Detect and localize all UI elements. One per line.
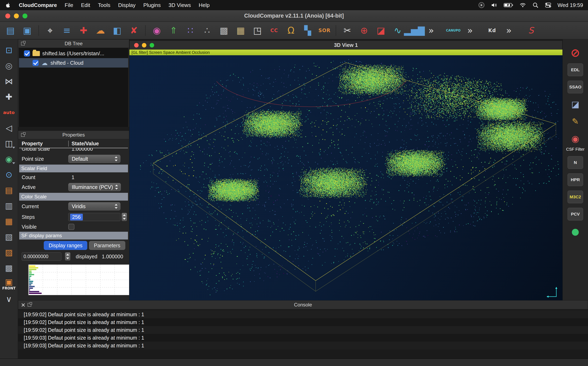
view-front-button[interactable]: ▦ [2, 215, 15, 227]
compute-octree-button[interactable]: ∷ [183, 23, 198, 38]
clipping-box-button[interactable]: ◳ [250, 23, 265, 38]
color-scales-button[interactable]: CC [267, 23, 281, 38]
menu-extra-app-icon[interactable] [478, 2, 485, 8]
menu-tools[interactable]: Tools [98, 2, 110, 8]
range-min-field[interactable]: 0.00000000 [22, 252, 61, 260]
save-button[interactable]: ▣ [20, 23, 34, 38]
facets-plugin-button[interactable]: N [567, 156, 583, 169]
panel-float-icon[interactable] [21, 42, 25, 46]
noise-filter-button[interactable]: ▩ [217, 23, 231, 38]
menu-3d-views[interactable]: 3D Views [169, 2, 191, 8]
compass-plugin-button[interactable]: ◉ [567, 132, 583, 145]
visible-checkbox[interactable] [68, 224, 74, 230]
geom-features-plugin-button[interactable]: ● [567, 225, 583, 238]
menu-help[interactable]: Help [199, 2, 210, 8]
toolbar-overflow-icon[interactable]: » [463, 23, 477, 38]
interpolate-colors-button[interactable]: ▚ [301, 23, 315, 38]
camera-projection-button[interactable]: ◁ [2, 122, 15, 134]
steps-field[interactable]: 256 [68, 213, 120, 221]
pivot-center-button[interactable]: ✚ [2, 91, 15, 103]
open-button[interactable]: ▤ [3, 23, 18, 38]
more-views-button[interactable]: ∨ [2, 293, 15, 305]
volume-icon[interactable] [491, 2, 497, 8]
rasterize-button[interactable]: ▦ [234, 23, 248, 38]
app-menu-title[interactable]: CloudCompare [19, 2, 57, 8]
point-pair-registration-button[interactable]: ✚ [76, 23, 91, 38]
view-back-button[interactable]: ▧ [2, 231, 15, 243]
histogram-button[interactable]: ▂▅▇ [407, 23, 422, 38]
spline-plugin-button[interactable]: S [524, 23, 538, 38]
pcv-plugin-button[interactable]: PCV [567, 208, 583, 221]
view-minimize-button[interactable] [142, 43, 146, 47]
active-sf-popup[interactable]: Illuminance (PCV) [68, 183, 121, 191]
merge-clouds-button[interactable]: ☁ [93, 23, 108, 38]
3d-view-title-bar[interactable]: 3D View 1 [129, 40, 562, 50]
level-button[interactable]: ⊕ [357, 23, 371, 38]
view-left-button[interactable]: ▨ [2, 246, 15, 258]
steps-stepper[interactable] [122, 213, 127, 221]
menu-edit[interactable]: Edit [81, 2, 90, 8]
zoom-fit-button[interactable]: ⊙ [2, 169, 15, 181]
tree-item-cloud[interactable]: shifted - Cloud [19, 58, 128, 68]
ssao-filter-button[interactable]: SSAO [567, 81, 583, 93]
console-float-icon[interactable] [28, 303, 31, 307]
zoom-button[interactable] [22, 14, 27, 18]
set-color-button[interactable]: ◉ [150, 23, 164, 38]
range-min-stepper[interactable] [65, 252, 70, 260]
view-close-button[interactable] [134, 43, 139, 47]
sor-filter-button[interactable]: SOR [317, 23, 332, 38]
display-settings-button[interactable]: ⊡ [2, 44, 15, 56]
no-filter-button[interactable]: ⊘ [567, 46, 583, 59]
compute-normals-button[interactable]: ⇑ [166, 23, 181, 38]
menu-display[interactable]: Display [118, 2, 136, 8]
edl-filter-button[interactable]: EDL [567, 63, 583, 76]
tree-item-file[interactable]: shifted.las (/Users/tristan/... [19, 49, 128, 58]
point-size-popup[interactable]: Default [68, 155, 120, 163]
trace-polyline-button[interactable]: ∿ [390, 23, 405, 38]
gaussian-filter-button[interactable]: Ω [284, 23, 298, 38]
console-close-icon[interactable] [21, 303, 25, 307]
apply-transformation-button[interactable]: ◧ [110, 23, 124, 38]
view-top-button[interactable]: ▤ [2, 184, 15, 196]
toolbar-overflow-icon[interactable]: » [502, 23, 516, 38]
color-scale-popup[interactable]: Viridis [68, 202, 120, 210]
spotlight-search-icon[interactable] [532, 2, 539, 8]
battery-icon[interactable] [504, 2, 513, 8]
delete-button[interactable]: ✘ [127, 23, 141, 38]
subsample-button[interactable]: ∴ [200, 23, 214, 38]
point-list-picking-button[interactable]: ≡ [60, 23, 74, 38]
menu-clock[interactable]: Wed 19:59 [558, 2, 583, 8]
m3c2-plugin-button[interactable]: M3C2 [567, 191, 583, 203]
bubble-view-button[interactable]: ◉ [2, 153, 15, 165]
auto-pick-center-button[interactable]: auto [2, 107, 15, 118]
view-front-labeled-button[interactable]: ▣ FRONT [2, 278, 15, 290]
segment-button[interactable]: ✂ [340, 23, 354, 38]
minimize-button[interactable] [14, 14, 19, 18]
view-bottom-button[interactable]: ▥ [2, 200, 15, 212]
view-zoom-button[interactable] [150, 43, 154, 47]
close-button[interactable] [5, 14, 10, 18]
menu-plugins[interactable]: Plugins [143, 2, 161, 8]
cross-section-button[interactable]: ◪ [374, 23, 388, 38]
kdtree-plugin-button[interactable]: Kd [485, 23, 499, 38]
animation-plugin-button[interactable]: ◪ [567, 98, 583, 111]
view-cube-button[interactable]: ◫ [2, 137, 15, 149]
stereo-mode-button[interactable]: ⋈ [2, 75, 15, 87]
point-cloud-canvas[interactable] [129, 55, 562, 300]
broom-plugin-button[interactable]: ✎ [567, 115, 583, 128]
window-title-bar[interactable]: CloudCompare v2.11.1 (Anoia) [64-bit] [0, 10, 588, 22]
panel-float-icon[interactable] [21, 133, 25, 137]
hpr-plugin-button[interactable]: HPR [567, 173, 583, 186]
wifi-icon[interactable] [520, 2, 526, 8]
checkbox-checked-icon[interactable] [32, 60, 39, 66]
screenshot-button[interactable]: ◎ [2, 60, 15, 72]
control-center-icon[interactable] [545, 2, 551, 8]
view-right-button[interactable]: ▩ [2, 262, 15, 274]
apple-menu-icon[interactable] [5, 2, 11, 8]
console-log[interactable]: [19:59:02] Defaut point size is already … [18, 309, 588, 359]
tab-parameters[interactable]: Parameters [89, 241, 125, 250]
canupo-plugin-button[interactable]: CANUPO [446, 23, 460, 38]
pick-rotation-center-button[interactable]: ⌖ [43, 23, 57, 38]
tab-display-ranges[interactable]: Display ranges [44, 241, 87, 250]
sf-histogram[interactable] [28, 265, 129, 295]
